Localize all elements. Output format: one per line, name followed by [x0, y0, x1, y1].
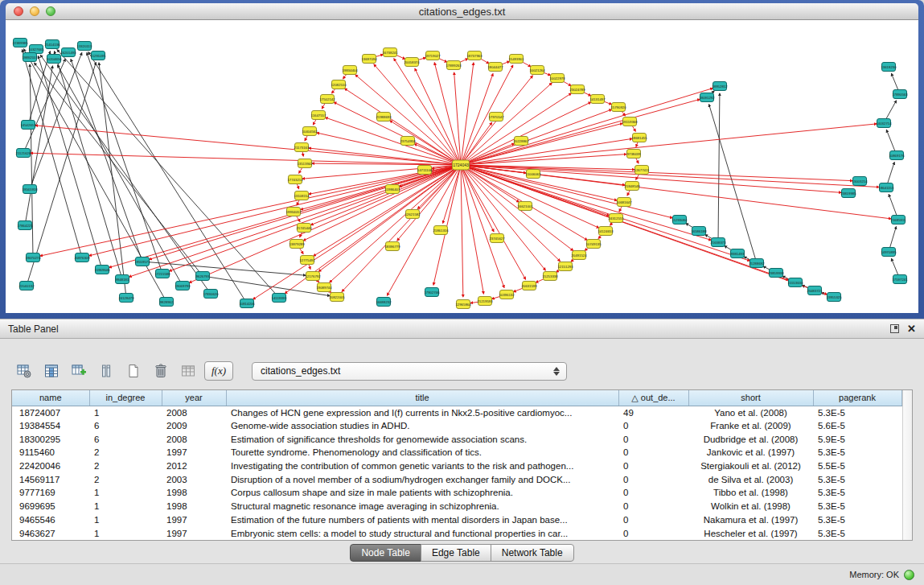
table-row[interactable]: 946362711997Embryonic stem cells: a mode… — [12, 526, 901, 540]
create-column-button[interactable] — [68, 360, 89, 382]
table-cell[interactable]: 5.6E-5 — [813, 419, 901, 433]
table-row[interactable]: 977716911998Corpus callosum shape and si… — [12, 486, 901, 500]
citation-network-graph[interactable]: 1983440412082510175021421164755710404562… — [6, 20, 918, 313]
delete-column-button[interactable] — [95, 360, 117, 382]
table-cell[interactable]: 5.3E-5 — [813, 513, 901, 527]
function-builder-button[interactable]: f(x) — [204, 361, 233, 381]
table-cell[interactable]: 5.9E-5 — [813, 432, 901, 446]
table-cell[interactable]: 5.3E-5 — [813, 472, 901, 486]
table-cell[interactable]: 1998 — [162, 486, 226, 500]
table-cell[interactable]: 0 — [618, 513, 688, 527]
table-cell[interactable]: Estimation of the future numbers of pati… — [226, 513, 618, 527]
table-cell[interactable]: 1 — [89, 526, 162, 540]
table-cell[interactable]: 1997 — [162, 446, 226, 459]
column-header-out_de[interactable]: △ out_de... — [618, 390, 688, 406]
table-cell[interactable]: 9699695 — [12, 500, 89, 513]
table-cell[interactable]: Tourette syndrome. Phenomenology and cla… — [226, 446, 618, 459]
table-cell[interactable]: 1 — [89, 500, 162, 513]
tab-network-table[interactable]: Network Table — [491, 544, 574, 562]
minimize-window-button[interactable] — [30, 6, 39, 16]
memory-status-icon[interactable] — [904, 570, 914, 580]
table-cell[interactable]: Changes of HCN gene expression and I(f) … — [226, 406, 618, 419]
table-cell[interactable]: 1997 — [162, 526, 226, 540]
close-window-button[interactable] — [14, 6, 23, 16]
table-row[interactable]: 969969511998Structural magnetic resonanc… — [12, 500, 901, 513]
table-cell[interactable]: 0 — [618, 459, 688, 473]
table-cell[interactable]: 5.3E-5 — [813, 526, 901, 540]
table-cell[interactable]: 5.3E-5 — [813, 446, 901, 459]
table-row[interactable]: 1872400712008Changes of HCN gene express… — [12, 406, 901, 419]
table-cell[interactable]: 6 — [89, 432, 162, 446]
table-cell[interactable]: 0 — [618, 446, 688, 459]
column-header-pagerank[interactable]: pagerank — [813, 390, 901, 406]
float-panel-icon[interactable] — [890, 324, 899, 333]
table-selector-dropdown[interactable]: citations_edges.txt — [252, 362, 567, 381]
tab-node-table[interactable]: Node Table — [350, 544, 421, 562]
table-row[interactable]: 1456911722003Disruption of a novel membe… — [12, 472, 901, 486]
table-cell[interactable]: 18724007 — [12, 406, 89, 419]
table-cell[interactable]: 1 — [89, 406, 162, 419]
table-mode-button[interactable] — [13, 360, 35, 382]
table-cell[interactable]: Embryonic stem cells: a model to study s… — [226, 526, 618, 540]
table-cell[interactable]: 5.3E-5 — [813, 486, 901, 500]
table-cell[interactable]: Nakamura et al. (1997) — [688, 513, 813, 527]
network-window-titlebar[interactable]: citations_edges.txt — [6, 3, 918, 20]
table-scrollbar[interactable] — [902, 390, 913, 540]
show-columns-button[interactable] — [40, 360, 62, 382]
table-cell[interactable]: Wolkin et al. (1998) — [688, 500, 813, 513]
table-cell[interactable]: Jankovic et al. (1997) — [688, 446, 813, 459]
table-cell[interactable]: 1998 — [162, 500, 226, 513]
table-cell[interactable]: 5.3E-5 — [813, 500, 901, 513]
zoom-window-button[interactable] — [46, 6, 55, 16]
table-cell[interactable]: Disruption of a novel member of a sodium… — [226, 472, 618, 486]
table-cell[interactable]: Tibbo et al. (1998) — [688, 486, 813, 500]
table-cell[interactable]: 0 — [618, 419, 688, 433]
column-header-name[interactable]: name — [12, 390, 89, 406]
table-cell[interactable]: 2 — [89, 459, 162, 473]
table-cell[interactable]: 2008 — [162, 406, 226, 419]
table-cell[interactable]: 5.5E-5 — [813, 459, 901, 473]
table-cell[interactable]: 2008 — [162, 432, 226, 446]
table-cell[interactable]: 18300295 — [12, 432, 89, 446]
table-cell[interactable]: 1 — [89, 486, 162, 500]
table-cell[interactable]: 2 — [89, 446, 162, 459]
table-row[interactable]: 946554611997Estimation of the future num… — [12, 513, 901, 527]
table-cell[interactable]: 22420046 — [12, 459, 89, 473]
table-cell[interactable]: 0 — [618, 472, 688, 486]
table-cell[interactable]: Stergiakouli et al. (2012) — [688, 459, 813, 473]
table-cell[interactable]: 9115460 — [12, 446, 89, 459]
table-row[interactable]: 1938455462009Genome-wide association stu… — [12, 419, 901, 433]
table-cell[interactable]: 9463627 — [12, 526, 89, 540]
table-cell[interactable]: Structural magnetic resonance image aver… — [226, 500, 618, 513]
table-cell[interactable]: 5.3E-5 — [813, 406, 901, 419]
table-cell[interactable]: 0 — [618, 500, 688, 513]
table-row[interactable]: 1830029562008Estimation of significance … — [12, 432, 901, 446]
table-cell[interactable]: 0 — [618, 486, 688, 500]
table-cell[interactable]: 9465546 — [12, 513, 89, 527]
table-cell[interactable]: 0 — [618, 526, 688, 540]
table-row[interactable]: 911546021997Tourette syndrome. Phenomeno… — [12, 446, 901, 459]
table-cell[interactable]: Estimation of significance thresholds fo… — [226, 432, 618, 446]
tab-edge-table[interactable]: Edge Table — [421, 544, 491, 562]
table-cell[interactable]: 0 — [618, 432, 688, 446]
table-cell[interactable]: 49 — [618, 406, 688, 419]
table-cell[interactable]: Dudbridge et al. (2008) — [688, 432, 813, 446]
table-cell[interactable]: 1 — [89, 513, 162, 527]
column-header-year[interactable]: year — [162, 390, 226, 406]
import-table-button[interactable] — [177, 360, 199, 382]
table-cell[interactable]: 2003 — [162, 472, 226, 486]
table-cell[interactable]: 6 — [89, 419, 162, 433]
new-table-button[interactable] — [122, 360, 144, 382]
table-cell[interactable]: 1997 — [162, 513, 226, 527]
table-cell[interactable]: Genome-wide association studies in ADHD. — [226, 419, 618, 433]
table-cell[interactable]: de Silva et al. (2003) — [688, 472, 813, 486]
column-header-short[interactable]: short — [688, 390, 813, 406]
table-cell[interactable]: 14569117 — [12, 472, 89, 486]
table-cell[interactable]: 2012 — [162, 459, 226, 473]
table-cell[interactable]: Hescheler et al. (1997) — [688, 526, 813, 540]
table-cell[interactable]: 2009 — [162, 419, 226, 433]
table-cell[interactable]: 19384554 — [12, 419, 89, 433]
table-cell[interactable]: 9777169 — [12, 486, 89, 500]
network-canvas[interactable]: 1983440412082510175021421164755710404562… — [6, 20, 918, 313]
close-panel-icon[interactable]: ✕ — [907, 324, 916, 333]
